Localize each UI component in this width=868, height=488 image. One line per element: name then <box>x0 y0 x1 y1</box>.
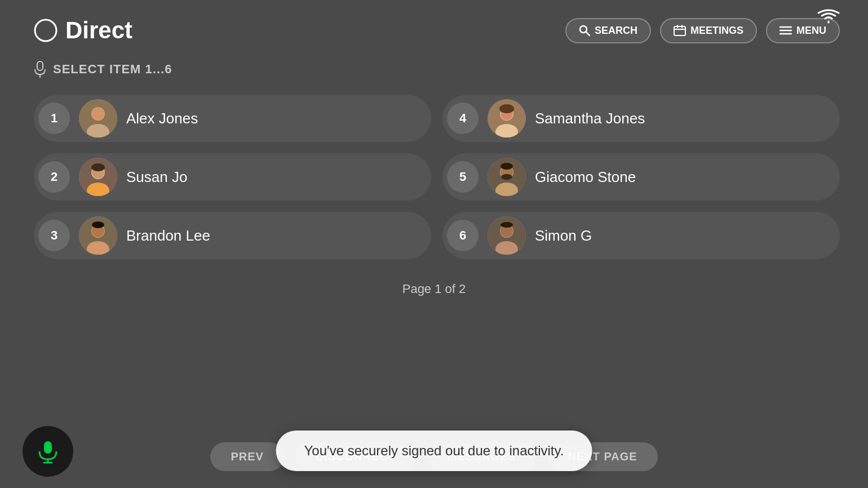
meetings-button[interactable]: MEETINGS <box>660 18 757 43</box>
svg-point-20 <box>499 104 514 113</box>
direct-icon <box>34 19 57 42</box>
svg-point-36 <box>92 221 104 228</box>
svg-rect-42 <box>44 441 52 454</box>
svg-rect-10 <box>37 61 43 70</box>
header-left: Direct <box>34 17 132 44</box>
contact-item-4[interactable]: 4 Samantha Jones <box>442 95 840 142</box>
contact-name-4: Samantha Jones <box>535 110 645 127</box>
contact-avatar-2 <box>79 158 117 196</box>
mic-icon <box>36 439 60 464</box>
search-icon <box>579 25 590 36</box>
contact-avatar-1 <box>79 99 117 137</box>
app-title: Direct <box>65 17 132 44</box>
contact-number-6: 6 <box>447 220 479 251</box>
contact-number-4: 4 <box>447 103 479 134</box>
select-label: SELECT ITEM 1...6 <box>0 44 868 78</box>
svg-point-25 <box>91 163 105 171</box>
menu-icon <box>780 25 792 36</box>
header-right: SEARCH MEETINGS MENU <box>565 18 840 43</box>
contact-item-1[interactable]: 1 Alex Jones <box>34 95 431 142</box>
contact-avatar-4 <box>488 99 526 137</box>
mic-button[interactable] <box>23 426 73 477</box>
contact-avatar-3 <box>79 216 117 255</box>
contact-name-3: Brandon Lee <box>126 227 210 245</box>
svg-point-15 <box>92 108 104 120</box>
svg-rect-3 <box>674 26 685 36</box>
contact-number-3: 3 <box>38 220 70 251</box>
contact-name-2: Susan Jo <box>126 168 187 186</box>
contact-name-1: Alex Jones <box>126 110 198 127</box>
contact-avatar-5 <box>488 158 526 196</box>
header: Direct SEARCH MEETINGS MENU <box>0 0 868 44</box>
avatar-brandon <box>79 216 117 255</box>
contact-avatar-6 <box>488 216 526 255</box>
contact-item-3[interactable]: 3 Brandon Lee <box>34 212 431 259</box>
avatar-alex <box>79 99 117 137</box>
contact-number-5: 5 <box>447 161 479 193</box>
avatar-simon <box>488 216 526 255</box>
contact-item-5[interactable]: 5 Giacomo Stone <box>442 153 840 201</box>
mic-label-icon <box>34 61 46 78</box>
svg-point-41 <box>501 222 513 228</box>
svg-line-2 <box>586 32 590 36</box>
avatar-samantha <box>488 99 526 137</box>
wifi-icon <box>817 8 840 27</box>
contact-number-1: 1 <box>38 103 70 134</box>
avatar-giacomo <box>488 158 526 196</box>
contacts-grid: 1 Alex Jones 4 Samantha Jones <box>0 78 868 259</box>
svg-point-30 <box>501 163 513 170</box>
avatar-susan <box>79 158 117 196</box>
contact-number-2: 2 <box>38 161 70 193</box>
prev-button[interactable]: PREV <box>210 442 284 471</box>
search-button[interactable]: SEARCH <box>565 18 651 43</box>
svg-point-0 <box>35 20 56 41</box>
meetings-icon <box>674 25 686 36</box>
contact-name-5: Giacomo Stone <box>535 168 636 186</box>
page-indicator: Page 1 of 2 <box>0 282 868 296</box>
contact-item-6[interactable]: 6 Simon G <box>442 212 840 259</box>
toast-notification: You've securely signed out due to inacti… <box>276 431 592 471</box>
svg-point-31 <box>501 174 512 180</box>
contact-name-6: Simon G <box>535 227 592 245</box>
contact-item-2[interactable]: 2 Susan Jo <box>34 153 431 201</box>
